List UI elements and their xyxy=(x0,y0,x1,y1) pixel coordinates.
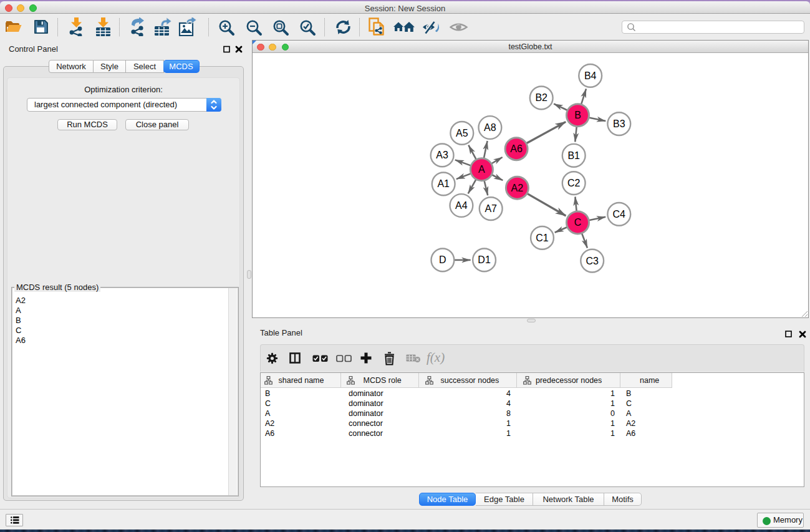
svg-text:A3: A3 xyxy=(436,150,448,160)
svg-text:A6: A6 xyxy=(510,143,523,154)
svg-text:A2: A2 xyxy=(511,183,524,193)
svg-text:A: A xyxy=(478,164,485,175)
svg-text:A5: A5 xyxy=(456,128,468,138)
svg-text:C: C xyxy=(574,217,582,228)
svg-text:B4: B4 xyxy=(584,70,597,81)
svg-text:B3: B3 xyxy=(613,118,625,129)
svg-text:D1: D1 xyxy=(478,254,491,265)
svg-text:C1: C1 xyxy=(536,233,549,243)
svg-text:C2: C2 xyxy=(567,178,581,188)
svg-text:A1: A1 xyxy=(437,178,450,189)
svg-text:B: B xyxy=(574,110,581,120)
svg-text:C3: C3 xyxy=(586,256,599,266)
svg-text:B1: B1 xyxy=(567,150,580,161)
svg-text:B2: B2 xyxy=(535,92,547,103)
svg-text:C4: C4 xyxy=(613,209,626,220)
svg-text:D: D xyxy=(439,254,446,265)
svg-text:A7: A7 xyxy=(485,203,497,214)
svg-text:A8: A8 xyxy=(484,122,496,133)
svg-text:A4: A4 xyxy=(455,200,468,211)
